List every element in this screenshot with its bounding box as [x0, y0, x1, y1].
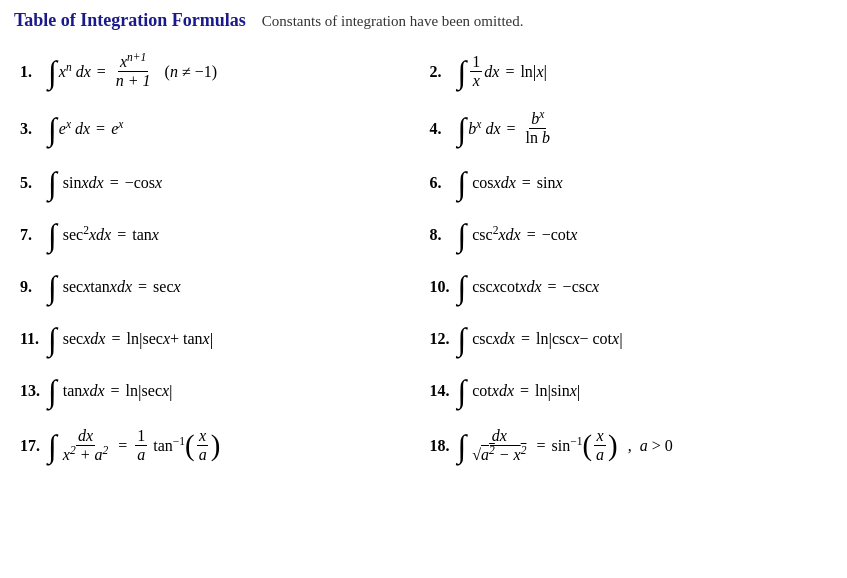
formula-content-6: ∫ cos x dx = sin x: [458, 167, 563, 199]
integral-sign-9: ∫: [48, 271, 57, 303]
integral-sign-11: ∫: [48, 323, 57, 355]
formula-num-7: 7.: [20, 226, 48, 244]
formula-content-18: ∫ dx √a2 − x2 = sin−1 ( x a ) , a > 0: [458, 427, 673, 464]
formula-content-12: ∫ csc x dx = ln |csc x − cot x|: [458, 323, 623, 355]
formula-17: 17. ∫ dx x2 + a2 = 1 a tan−1 ( x a ): [14, 417, 424, 474]
formula-12: 12. ∫ csc x dx = ln |csc x − cot x|: [424, 313, 834, 365]
page-subtitle: Constants of integration have been omitt…: [262, 13, 524, 30]
formula-4: 4. ∫ bx dx = bx ln b: [424, 100, 834, 157]
page-title: Table of Integration Formulas: [14, 10, 246, 31]
formula-num-14: 14.: [430, 382, 458, 400]
formula-num-12: 12.: [430, 330, 458, 348]
formula-num-1: 1.: [20, 63, 48, 81]
formula-num-4: 4.: [430, 120, 458, 138]
formula-content-4: ∫ bx dx = bx ln b: [458, 110, 554, 147]
integral-sign-12: ∫: [458, 323, 467, 355]
formula-num-10: 10.: [430, 278, 458, 296]
integral-sign-6: ∫: [458, 167, 467, 199]
formula-content-3: ∫ ex dx = ex: [48, 113, 123, 145]
formula-9: 9. ∫ sec x tan x dx = sec x: [14, 261, 424, 313]
integral-sign-7: ∫: [48, 219, 57, 251]
formula-1: 1. ∫ xn dx = xn+1 n + 1 (n ≠ −1): [14, 43, 424, 100]
integral-sign-13: ∫: [48, 375, 57, 407]
formula-13: 13. ∫ tan x dx = ln |sec x|: [14, 365, 424, 417]
formula-num-13: 13.: [20, 382, 48, 400]
formula-content-11: ∫ sec x dx = ln |sec x + tan x|: [48, 323, 213, 355]
formula-content-13: ∫ tan x dx = ln |sec x|: [48, 375, 173, 407]
formula-3: 3. ∫ ex dx = ex: [14, 100, 424, 157]
formula-14: 14. ∫ cot x dx = ln |sin x|: [424, 365, 834, 417]
formula-6: 6. ∫ cos x dx = sin x: [424, 157, 834, 209]
formula-num-5: 5.: [20, 174, 48, 192]
integral-sign-1: ∫: [48, 56, 57, 88]
integral-sign-4: ∫: [458, 113, 467, 145]
formulas-grid: 1. ∫ xn dx = xn+1 n + 1 (n ≠ −1) 2. ∫ 1 …: [14, 43, 833, 474]
integral-sign-10: ∫: [458, 271, 467, 303]
formula-content-8: ∫ csc2x dx = −cot x: [458, 219, 578, 251]
formula-num-17: 17.: [20, 437, 48, 455]
integral-sign-3: ∫: [48, 113, 57, 145]
formula-content-14: ∫ cot x dx = ln |sin x|: [458, 375, 581, 407]
formula-content-2: ∫ 1 x dx = ln |x|: [458, 53, 548, 90]
formula-content-17: ∫ dx x2 + a2 = 1 a tan−1 ( x a ): [48, 427, 220, 464]
integral-sign-8: ∫: [458, 219, 467, 251]
formula-num-6: 6.: [430, 174, 458, 192]
integral-sign-2: ∫: [458, 56, 467, 88]
formula-num-2: 2.: [430, 63, 458, 81]
formula-8: 8. ∫ csc2x dx = −cot x: [424, 209, 834, 261]
integral-sign-14: ∫: [458, 375, 467, 407]
formula-10: 10. ∫ csc x cot x dx = −csc x: [424, 261, 834, 313]
integral-sign-5: ∫: [48, 167, 57, 199]
frac-1: xn+1 n + 1: [114, 53, 153, 90]
formula-2: 2. ∫ 1 x dx = ln |x|: [424, 43, 834, 100]
page-header: Table of Integration Formulas Constants …: [14, 10, 833, 31]
formula-num-3: 3.: [20, 120, 48, 138]
formula-content-5: ∫ sin x dx = −cos x: [48, 167, 162, 199]
integral-sign-17: ∫: [48, 430, 57, 462]
formula-7: 7. ∫ sec2x dx = tan x: [14, 209, 424, 261]
formula-content-9: ∫ sec x tan x dx = sec x: [48, 271, 181, 303]
formula-num-8: 8.: [430, 226, 458, 244]
formula-content-10: ∫ csc x cot x dx = −csc x: [458, 271, 600, 303]
formula-num-11: 11.: [20, 330, 48, 348]
formula-11: 11. ∫ sec x dx = ln |sec x + tan x|: [14, 313, 424, 365]
integral-sign-18: ∫: [458, 430, 467, 462]
formula-content-7: ∫ sec2x dx = tan x: [48, 219, 159, 251]
formula-num-18: 18.: [430, 437, 458, 455]
formula-content-1: ∫ xn dx = xn+1 n + 1 (n ≠ −1): [48, 53, 217, 90]
formula-5: 5. ∫ sin x dx = −cos x: [14, 157, 424, 209]
formula-18: 18. ∫ dx √a2 − x2 = sin−1 ( x a ) , a > …: [424, 417, 834, 474]
formula-num-9: 9.: [20, 278, 48, 296]
